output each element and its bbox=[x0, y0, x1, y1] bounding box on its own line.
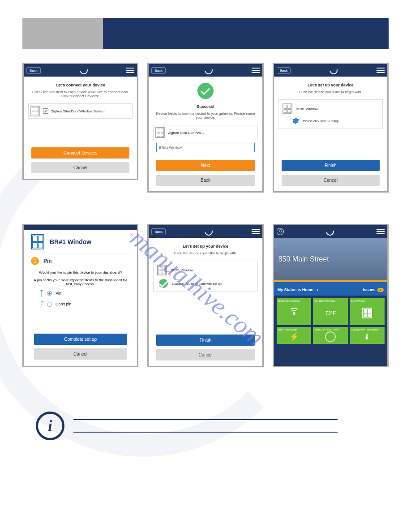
screen-subtitle: Click the device you'd like to begin wit… bbox=[153, 251, 257, 255]
window-icon bbox=[155, 127, 165, 138]
window-icon bbox=[30, 106, 40, 116]
app-header: Back bbox=[149, 64, 262, 77]
device-label: BR#1 Window bbox=[296, 107, 319, 111]
status-bar[interactable]: My Status is Home › Issues 1 bbox=[274, 282, 387, 296]
device-label: Zigbee Slim Door/Window Sensor bbox=[51, 109, 105, 113]
device-setup-card[interactable]: BR#1 Window Please click here to setup bbox=[278, 99, 383, 129]
next-button[interactable]: Next bbox=[156, 160, 254, 171]
success-msg: Success! You're all done with set up. bbox=[171, 282, 222, 285]
app-header bbox=[274, 225, 387, 238]
app-header: Back bbox=[274, 64, 387, 77]
menu-icon[interactable] bbox=[252, 229, 260, 234]
back-button[interactable]: Back bbox=[26, 67, 41, 74]
cancel-button[interactable]: Cancel bbox=[156, 349, 254, 360]
back-button-secondary[interactable]: Back bbox=[156, 175, 254, 186]
divider bbox=[73, 432, 338, 433]
cancel-button[interactable]: Cancel bbox=[31, 162, 129, 173]
finish-button[interactable]: Finish bbox=[282, 160, 380, 171]
screen-title: Let's connect your device bbox=[28, 83, 133, 87]
screenshot-connect-device: Back Let's connect your device Check the… bbox=[22, 63, 138, 180]
header-grey-block bbox=[22, 18, 103, 49]
screenshots-row-2: ✕ BR#1 Window 1 Pin Would you like to pi… bbox=[22, 224, 389, 367]
tile-window[interactable]: BR#1 Window bbox=[350, 298, 385, 325]
info-icon: i bbox=[36, 412, 64, 440]
dont-pin-option-label: Don't pin bbox=[56, 302, 71, 306]
app-header: Back bbox=[24, 64, 137, 77]
menu-icon[interactable] bbox=[377, 68, 385, 73]
device-done-card: BR#1 Window Success! You're all done wit… bbox=[153, 261, 257, 292]
tile-value: 73°F bbox=[314, 302, 347, 324]
screenshot-success-name: Back Success! Device below is now connec… bbox=[147, 63, 263, 193]
dont-pin-option[interactable]: Don't pin bbox=[40, 300, 130, 308]
screenshot-pin-modal: ✕ BR#1 Window 1 Pin Would you like to pi… bbox=[22, 224, 138, 367]
success-check-icon bbox=[197, 83, 214, 99]
pin-option-label: Pin bbox=[56, 291, 61, 296]
window-icon bbox=[31, 234, 44, 249]
screenshot-dashboard: 850 Main Street My Status is Home › Issu… bbox=[273, 224, 389, 367]
step-title: Pin bbox=[43, 258, 52, 264]
tile-lamp[interactable]: BR#2 - Desk Lamp ⚡ bbox=[277, 327, 312, 344]
close-icon[interactable]: ✕ bbox=[129, 232, 133, 238]
unpin-icon bbox=[39, 300, 45, 308]
back-button[interactable]: Back bbox=[151, 67, 166, 74]
modal-title: BR#1 Window bbox=[50, 238, 91, 245]
menu-icon[interactable] bbox=[252, 68, 260, 73]
success-title: Success! bbox=[153, 104, 257, 109]
device-row: Zigbee Slim Door/Wi... bbox=[153, 125, 257, 140]
device-checkbox[interactable]: ✓ bbox=[43, 108, 48, 114]
screenshot-setup-device: Back Let's set up your device Click the … bbox=[273, 63, 389, 193]
screen-title: Let's set up your device bbox=[153, 244, 257, 249]
complete-setup-button[interactable]: Complete set up bbox=[34, 334, 127, 345]
app-logo-icon bbox=[203, 226, 214, 237]
dashboard-hero: 850 Main Street bbox=[274, 238, 387, 280]
app-logo-icon bbox=[203, 65, 214, 76]
screenshots-row-1: Back Let's connect your device Check the… bbox=[22, 63, 389, 193]
back-button[interactable]: Back bbox=[277, 67, 291, 74]
tile-trv[interactable]: AN85110FF Stat - TRVs bbox=[313, 327, 348, 344]
pin-question-1: Would you like to pin this device to you… bbox=[31, 270, 130, 275]
device-name-input[interactable]: BR#1 Window bbox=[156, 143, 254, 152]
modal-backdrop-hint bbox=[24, 225, 137, 230]
step-number-badge: 1 bbox=[31, 257, 39, 265]
screen-subtitle: Check the box next to each device you'd … bbox=[28, 90, 133, 98]
issues-label: Issues bbox=[363, 287, 376, 292]
wifi-icon bbox=[289, 308, 300, 318]
dashboard-address: 850 Main Street bbox=[278, 255, 329, 263]
tile-temp[interactable]: SS003ZBWW Temp Sensor 🌡 bbox=[350, 327, 385, 344]
device-label: Zigbee Slim Door/Wi... bbox=[168, 131, 204, 135]
connect-devices-button[interactable]: Connect Devices bbox=[31, 147, 129, 159]
screen-subtitle: Click the device you'd like to begin wit… bbox=[278, 90, 383, 94]
window-icon bbox=[157, 265, 167, 275]
app-logo-icon bbox=[78, 65, 89, 76]
back-button[interactable]: Back bbox=[151, 228, 166, 235]
radio-dont-pin[interactable] bbox=[47, 302, 52, 307]
pin-icon bbox=[40, 290, 43, 297]
tile-gateway[interactable]: Smart Home Gateway bbox=[277, 298, 312, 325]
device-row[interactable]: ✓ Zigbee Slim Door/Window Sensor bbox=[28, 103, 133, 119]
setup-hint: Please click here to setup bbox=[303, 120, 339, 123]
window-icon bbox=[362, 308, 372, 318]
tile-hvac[interactable]: CT100(2) HVAC Stat 73°F bbox=[313, 298, 348, 325]
pin-question-2: A pin sticks your most important items t… bbox=[31, 278, 130, 286]
menu-icon[interactable] bbox=[126, 68, 134, 73]
page-header-bar bbox=[22, 18, 389, 49]
profile-icon[interactable] bbox=[277, 228, 284, 235]
cancel-button[interactable]: Cancel bbox=[34, 348, 127, 360]
power-icon bbox=[325, 331, 336, 342]
cancel-button[interactable]: Cancel bbox=[282, 175, 380, 186]
pin-option[interactable]: Pin bbox=[40, 290, 130, 297]
header-navy-block bbox=[103, 18, 389, 49]
chevron-right-icon: › bbox=[317, 287, 318, 292]
window-icon bbox=[283, 103, 292, 114]
radio-pin[interactable] bbox=[47, 291, 52, 296]
plug-icon: ⚡ bbox=[278, 331, 310, 343]
app-header: Back bbox=[149, 225, 262, 238]
gear-icon bbox=[291, 117, 300, 125]
info-callout: i bbox=[22, 408, 389, 444]
menu-icon[interactable] bbox=[377, 229, 385, 234]
thermometer-icon: 🌡 bbox=[351, 331, 383, 343]
finish-button[interactable]: Finish bbox=[156, 335, 254, 346]
screenshot-setup-done: Back Let's set up your device Click the … bbox=[147, 224, 263, 367]
screen-title: Let's set up your device bbox=[278, 83, 383, 87]
success-check-icon bbox=[159, 279, 168, 288]
